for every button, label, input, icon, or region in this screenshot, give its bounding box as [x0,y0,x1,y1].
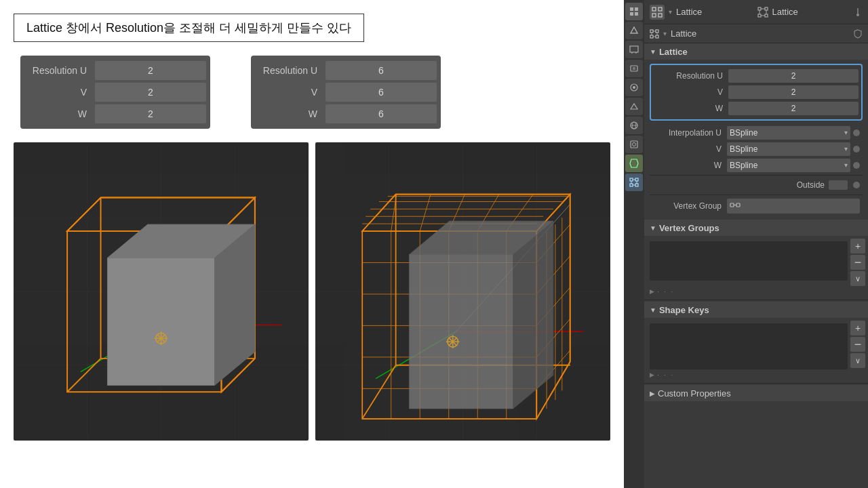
res-label-u-right: Resolution U [251,65,326,76]
panel-top-bar: ▾ Lattice Lattice [644,0,868,24]
lattice-section-header[interactable]: ▼ Lattice [644,43,868,60]
tool-render-icon[interactable] [625,41,643,58]
vertex-group-field[interactable] [727,199,860,214]
svg-marker-20 [107,258,214,386]
resolution-u-row: Resolution U 2 [651,68,861,84]
svg-rect-112 [652,7,656,11]
sk-dots: · · · [657,371,674,379]
vertex-group-label: Vertex Group [652,201,727,211]
res-table-left: Resolution U 2 V 2 W 2 [20,56,210,129]
svg-rect-127 [656,30,658,33]
svg-rect-88 [635,12,638,16]
viewport-left [14,142,309,441]
svg-rect-105 [635,178,638,181]
svg-rect-128 [650,35,653,38]
res-label-w-right: W [251,108,326,119]
resolution-u-value[interactable]: 2 [728,69,859,83]
sep4 [644,383,868,384]
vg-dots: · · · [657,287,674,296]
interp-u-select[interactable]: BSpline ▾ [727,126,850,140]
tool-world-icon[interactable] [625,117,643,134]
panel-right-label: Lattice [772,7,850,17]
viewport-right [315,142,610,441]
svg-rect-101 [631,141,637,148]
title-box: Lattice 창에서 Resolution을 조절해 더 세밀하게 만들수 있… [14,14,364,42]
tool-object-icon[interactable] [625,22,643,39]
tool-scene2-icon[interactable] [625,98,643,115]
shape-keys-title: Shape Keys [659,305,709,315]
right-panel: ▾ Lattice Lattice ▾ Lattice ▼ Lattice [624,0,868,488]
resolution-w-row: W 2 [651,100,861,117]
vg-add-btn[interactable]: + [850,239,865,253]
vertex-groups-header[interactable]: ▼ Vertex Groups [644,220,868,236]
res-value-v-right: 6 [326,83,437,102]
viewports-row [14,142,610,441]
res-value-v-left: 2 [95,83,206,102]
resolution-v-value[interactable]: 2 [728,85,859,99]
tool-viewlayer-icon[interactable] [625,79,643,96]
interp-u-value: BSpline [730,126,757,140]
res-label-u-left: Resolution U [20,65,95,76]
svg-rect-104 [630,178,633,181]
sk-triangle: ▶ [650,371,654,378]
tool-object-props-icon[interactable] [625,136,643,153]
vg-chevron-btn[interactable]: ∨ [850,271,865,286]
shape-keys-list [650,323,848,369]
lattice-section-arrow: ▼ [650,48,656,56]
res-label-v-right: V [251,87,326,98]
svg-rect-117 [765,7,768,10]
svg-rect-116 [758,7,761,10]
interp-v-dot [853,146,860,152]
svg-rect-106 [630,184,633,186]
panel-header-icon [650,5,665,20]
resolution-u-label: Resolution U [654,71,728,81]
interp-w-select[interactable]: BSpline ▾ [727,159,850,172]
outside-dot [853,182,860,188]
outside-toggle[interactable] [829,180,848,190]
interp-v-select[interactable]: BSpline ▾ [727,142,850,156]
shape-keys-arrow: ▼ [650,306,656,314]
outside-label: Outside [797,180,825,190]
custom-props-header[interactable]: ▶ Custom Properties [644,385,868,401]
viewport-right-svg [315,142,610,441]
vertex-groups-body: + − ∨ ▶ · · · [644,236,868,298]
interp-w-label: W [652,161,727,170]
svg-rect-113 [658,7,662,11]
vg-bottom-row: ▶ · · · [647,286,865,298]
tool-output-icon[interactable] [625,60,643,77]
vertex-group-icon [730,201,741,211]
shape-keys-header[interactable]: ▼ Shape Keys [644,302,868,318]
res-row-w-left: W 2 [20,103,210,125]
svg-point-102 [633,143,636,146]
sub-header-label: Lattice [671,28,849,39]
vg-remove-btn[interactable]: − [850,255,865,270]
res-label-v-left: V [20,87,95,98]
res-value-u-right: 6 [326,61,437,80]
res-value-w-right: 6 [326,104,437,123]
sk-add-btn[interactable]: + [850,321,865,336]
res-row-v-left: V 2 [20,81,210,103]
interp-v-value: BSpline [730,142,757,156]
sk-remove-btn[interactable]: − [850,337,865,352]
resolution-box: Resolution U 2 V 2 W 2 [650,64,863,121]
interp-u-arrow: ▾ [844,126,848,140]
resolution-w-value[interactable]: 2 [728,102,859,115]
svg-rect-90 [630,46,638,52]
svg-rect-114 [652,14,656,17]
svg-rect-93 [631,66,637,71]
tool-lattice-data-icon[interactable] [625,174,643,191]
res-row-u-left: Resolution U 2 [20,60,210,81]
tool-scene-icon[interactable] [625,3,643,20]
res-table-right: Resolution U 6 V 6 W 6 [251,56,441,129]
sk-chevron-btn[interactable]: ∨ [850,353,865,368]
interp-v-arrow: ▾ [844,142,848,156]
lattice-section-title: Lattice [659,47,688,57]
svg-marker-89 [631,27,637,33]
svg-point-125 [856,14,859,16]
custom-props-arrow: ▶ [650,390,655,397]
vertex-group-list [650,241,848,281]
svg-rect-85 [630,7,633,11]
svg-rect-86 [635,7,638,11]
sub-header[interactable]: ▾ Lattice [644,24,868,43]
tool-modifier-icon[interactable] [625,155,643,172]
